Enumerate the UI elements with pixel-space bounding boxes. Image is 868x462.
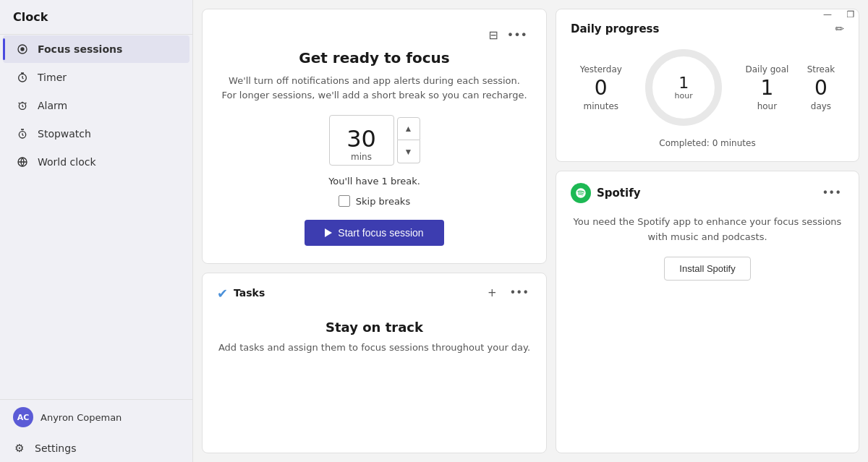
main-content: ⊟ ••• Get ready to focus We'll turn off … — [193, 0, 868, 462]
sidebar-item-label: Alarm — [38, 100, 67, 111]
spotify-card: Spotify ••• You need the Spotify app to … — [556, 171, 859, 453]
stay-title: Stay on track — [326, 320, 423, 335]
window-controls: — ❐ — [819, 6, 859, 23]
stepper-buttons: ▲ ▼ — [397, 117, 420, 163]
stay-desc: Add tasks and assign them to focus sessi… — [218, 341, 530, 355]
spotify-name: Spotify — [597, 187, 640, 200]
settings-item[interactable]: ⚙️ Settings — [0, 435, 192, 462]
sidebar-item-label: Timer — [38, 72, 67, 83]
minimize-button[interactable]: — — [819, 6, 836, 23]
progress-body: Yesterday 0 minutes 1 hour — [571, 44, 844, 131]
completed-text: Completed: 0 minutes — [571, 138, 844, 148]
goal-unit: hour — [757, 101, 778, 111]
tasks-header-left: ✔ Tasks — [217, 286, 265, 301]
avatar: AC — [13, 407, 33, 427]
skip-breaks-label: Skip breaks — [356, 196, 410, 207]
progress-header: Daily progress ✏ — [571, 22, 844, 35]
sidebar-item-world-clock[interactable]: World clock — [3, 148, 190, 176]
break-info: You'll have 1 break. — [328, 176, 420, 187]
spotify-logo: Spotify — [571, 183, 640, 203]
tasks-more-button[interactable]: ••• — [506, 285, 532, 301]
cast-icon[interactable]: ⊟ — [487, 27, 499, 43]
sidebar-item-timer[interactable]: Timer — [3, 64, 190, 91]
edit-icon[interactable]: ✏ — [835, 22, 844, 35]
start-focus-button[interactable]: Start focus session — [305, 220, 443, 246]
tasks-header-right: + ••• — [485, 285, 532, 301]
sidebar-bottom: AC Anyron Copeman ⚙️ Settings — [0, 399, 192, 462]
donut-value: 1 — [678, 75, 689, 91]
decrement-button[interactable]: ▼ — [397, 140, 420, 163]
streak-value: 0 — [814, 76, 827, 100]
sidebar-item-label: Stopwatch — [38, 128, 91, 140]
sidebar: Clock Focus sessions Timer Alarm Stopwat… — [0, 0, 193, 462]
streak-label: Streak — [807, 64, 835, 74]
streak-stat: Streak 0 days — [807, 64, 835, 111]
time-stepper: 30 mins ▲ ▼ — [329, 115, 420, 166]
maximize-button[interactable]: ❐ — [842, 6, 859, 23]
progress-title: Daily progress — [571, 22, 659, 35]
yesterday-stat: Yesterday 0 minutes — [580, 64, 622, 111]
progress-card: Daily progress ✏ Yesterday 0 minutes — [556, 9, 859, 162]
sidebar-item-focus-sessions[interactable]: Focus sessions — [3, 35, 190, 63]
donut-chart: 1 hour — [640, 44, 727, 131]
user-section[interactable]: AC Anyron Copeman — [0, 400, 192, 435]
settings-icon: ⚙️ — [13, 442, 26, 455]
install-spotify-button[interactable]: Install Spotify — [664, 257, 750, 281]
center-column: ⊟ ••• Get ready to focus We'll turn off … — [202, 9, 547, 453]
goal-label: Daily goal — [746, 64, 789, 74]
increment-button[interactable]: ▲ — [397, 117, 420, 140]
time-unit: mins — [351, 152, 372, 162]
tasks-check-icon: ✔ — [217, 286, 228, 301]
svg-point-1 — [21, 48, 24, 51]
focus-card-header: ⊟ ••• — [220, 27, 529, 43]
world-clock-icon — [16, 155, 29, 168]
spotify-more-button[interactable]: ••• — [819, 185, 844, 201]
donut-label: hour — [675, 91, 693, 100]
skip-breaks-row[interactable]: Skip breaks — [339, 195, 410, 207]
settings-label: Settings — [35, 442, 76, 454]
goal-stat: Daily goal 1 hour — [746, 64, 789, 111]
spotify-desc: You need the Spotify app to enhance your… — [571, 215, 844, 245]
sidebar-item-label: Focus sessions — [38, 43, 122, 55]
tasks-header: ✔ Tasks + ••• — [217, 285, 532, 301]
streak-unit: days — [811, 101, 831, 111]
stopwatch-icon — [16, 127, 29, 140]
sidebar-item-label: World clock — [38, 156, 96, 168]
focus-desc: We'll turn off notifications and app ale… — [220, 74, 529, 102]
right-column: Daily progress ✏ Yesterday 0 minutes — [556, 9, 859, 453]
donut-center: 1 hour — [675, 75, 693, 100]
time-value: 30 — [346, 127, 376, 150]
play-icon — [325, 228, 332, 237]
focus-sessions-icon — [16, 43, 29, 56]
focus-title: Get ready to focus — [299, 49, 449, 67]
add-task-button[interactable]: + — [485, 285, 500, 301]
more-options-icon[interactable]: ••• — [506, 27, 529, 43]
timer-icon — [16, 71, 29, 84]
goal-value: 1 — [761, 76, 774, 100]
yesterday-value: 0 — [595, 76, 608, 100]
tasks-title: Tasks — [234, 287, 265, 299]
yesterday-label: Yesterday — [580, 64, 622, 74]
alarm-icon — [16, 99, 29, 112]
start-focus-label: Start focus session — [338, 227, 423, 239]
sidebar-item-stopwatch[interactable]: Stopwatch — [3, 120, 190, 147]
yesterday-unit: minutes — [583, 101, 618, 111]
user-name: Anyron Copeman — [41, 412, 122, 423]
tasks-card: ✔ Tasks + ••• Stay on track Add tasks an… — [202, 273, 547, 453]
spotify-header: Spotify ••• — [571, 183, 844, 203]
time-box: 30 mins — [329, 115, 394, 166]
skip-breaks-checkbox[interactable] — [339, 195, 350, 207]
spotify-icon — [571, 183, 591, 203]
focus-card: ⊟ ••• Get ready to focus We'll turn off … — [202, 9, 547, 264]
app-title: Clock — [0, 0, 192, 35]
sidebar-item-alarm[interactable]: Alarm — [3, 92, 190, 119]
